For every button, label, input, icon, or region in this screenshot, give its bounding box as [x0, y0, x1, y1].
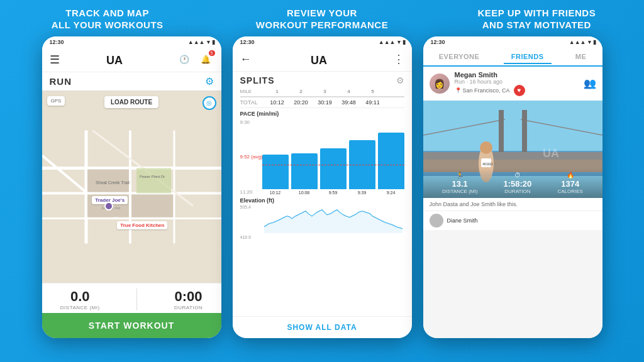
headline-3-line1: KEEP UP WITH FRIENDS	[477, 8, 596, 18]
status-bar-3: 12:30 ▲▲▲ ▾ ▮	[423, 36, 602, 48]
headline-3: KEEP UP WITH FRIENDS AND STAY MOTIVATED	[442, 8, 631, 31]
elevation-title: Elevation (ft)	[240, 197, 404, 204]
headline-3-line2: AND STAY MOTIVATED	[482, 19, 591, 30]
start-workout-button[interactable]: START WORKOUT	[42, 313, 221, 338]
svg-rect-10	[136, 168, 171, 193]
app-top-bar-2: ← UA ⋮	[233, 48, 412, 72]
notification-badge: 5	[209, 50, 215, 56]
splits-header: SPLITS ⚙	[233, 72, 412, 87]
pace-bar-5: 9:24	[378, 133, 404, 195]
feed-action-icons: 👥	[584, 77, 596, 89]
status-time-3: 12:30	[431, 39, 445, 45]
splits-total-row: TOTAL 10:12 20:20 30:19 39:48 49:11	[240, 97, 404, 108]
pace-y-3: 11:20	[240, 189, 263, 195]
stat-divider	[136, 288, 137, 310]
mile-header-label: MILE	[240, 89, 265, 94]
mile-2-header: 2	[289, 89, 313, 94]
headline-1: TRACK AND MAP ALL YOUR WORKOUTS	[13, 8, 202, 31]
headlines-row: TRACK AND MAP ALL YOUR WORKOUTS REVIEW Y…	[0, 0, 644, 36]
pace-bar-5-fill	[378, 133, 404, 189]
status-bar-2: 12:30 ▲▲▲ ▾ ▮	[233, 36, 412, 48]
stats-row: 0.0 DISTANCE (MI) 0:00 DURATION	[42, 283, 221, 313]
signal-icon: ▲▲▲	[188, 39, 205, 45]
app-top-bar-1: ☰ UA 🕐 🔔 5	[42, 48, 221, 72]
load-route-button[interactable]: LOAD ROUTE	[104, 96, 158, 108]
commenter-avatar	[430, 214, 443, 228]
tab-everyone[interactable]: EVERYONE	[431, 50, 487, 63]
gps-button[interactable]: GPS	[47, 96, 65, 106]
avg-pace-line	[262, 165, 404, 165]
splits-table: MILE 1 2 3 4 5 TOTAL 10:12 20:20 30:19 3…	[233, 87, 412, 108]
pace-y-labels: 9:30 9:52 (avg) 11:20	[240, 119, 263, 195]
feed-photo: 40332 UA 🏃 13.1 DISTANCE (MI) ⏱ 1:58:20 …	[423, 101, 602, 198]
svg-rect-23	[499, 110, 504, 154]
status-bar-1: 12:30 ▲▲▲ ▾ ▮	[42, 36, 221, 48]
feed-content: 👩 Megan Smith Run · 16 hours ago 📍 San F…	[423, 67, 602, 338]
phone-friends: 12:30 ▲▲▲ ▾ ▮ EVERYONE FRIENDS ME 👩 Mega…	[423, 36, 602, 338]
svg-text:40332: 40332	[482, 162, 493, 166]
pace-bar-4-label: 9:39	[358, 190, 367, 195]
heart-action[interactable]: ♥	[514, 85, 525, 96]
settings-icon[interactable]: ⚙	[205, 75, 214, 87]
duration-value: 0:00	[174, 288, 203, 305]
more-icon[interactable]: ⋮	[393, 52, 404, 66]
under-armour-logo: UA	[105, 52, 130, 67]
calories-icon: 🔥	[557, 172, 582, 178]
feed-item-header: 👩 Megan Smith Run · 16 hours ago 📍 San F…	[423, 67, 602, 101]
splits-content: SPLITS ⚙ MILE 1 2 3 4 5 TOTAL 10:12 20:2…	[233, 72, 412, 316]
commenter-name: Diane Smith	[447, 217, 478, 224]
headline-2-line2: WORKOUT PERFORMANCE	[256, 19, 388, 30]
wifi-icon-3: ▾	[588, 39, 591, 45]
status-icons-2: ▲▲▲ ▾ ▮	[379, 39, 406, 45]
feed-tabs: EVERYONE FRIENDS ME	[423, 48, 602, 67]
status-icons-1: ▲▲▲ ▾ ▮	[188, 39, 215, 45]
feed-duration-value: 1:58:20	[504, 179, 532, 189]
headline-2: REVIEW YOUR WORKOUT PERFORMANCE	[228, 8, 416, 31]
run-header: RUN ⚙	[42, 72, 221, 91]
feed-distance-value: 13.1	[442, 179, 477, 189]
elev-y-1: 505.4	[240, 205, 252, 209]
elev-y-2: 416.9	[240, 235, 252, 239]
svg-text:Power Plant Dr: Power Plant Dr	[140, 174, 165, 178]
total-3: 30:19	[313, 99, 337, 106]
headline-1-line2: ALL YOUR WORKOUTS	[52, 19, 164, 30]
mile-4-header: 4	[337, 89, 361, 94]
splits-title: SPLITS	[240, 75, 275, 85]
pace-section: PACE (min/mi) 9:30 9:52 (avg) 11:20 10:1…	[233, 108, 412, 195]
wifi-icon-2: ▾	[397, 39, 401, 45]
add-friend-icon[interactable]: 👥	[584, 77, 596, 89]
total-2: 20:20	[289, 99, 313, 106]
feed-location: 📍 San Francisco, CA ♥	[455, 85, 579, 96]
feed-user-name: Megan Smith	[455, 71, 579, 79]
target-icon[interactable]	[203, 96, 216, 110]
wifi-icon: ▾	[207, 39, 210, 45]
run-label: RUN	[50, 76, 72, 87]
splits-table-header: MILE 1 2 3 4 5	[240, 87, 404, 97]
elevation-svg	[262, 205, 404, 233]
feed-activity: Run · 16 hours ago	[455, 79, 579, 85]
history-icon[interactable]: 🕐	[176, 52, 192, 68]
svg-rect-25	[423, 152, 602, 160]
feed-calories-label: CALORIES	[557, 189, 582, 194]
tab-friends[interactable]: FRIENDS	[504, 50, 552, 64]
feed-user-meta: Megan Smith Run · 16 hours ago 📍 San Fra…	[455, 71, 579, 96]
pace-bar-3: 9:59	[320, 148, 347, 195]
headline-2-line1: REVIEW YOUR	[287, 8, 357, 18]
headline-1-line1: TRACK AND MAP	[65, 8, 149, 18]
signal-icon-2: ▲▲▲	[379, 39, 396, 45]
pace-title: PACE (min/mi)	[240, 111, 404, 117]
under-armour-logo-2: UA	[309, 52, 335, 67]
mile-5-header: 5	[361, 89, 385, 94]
tab-me[interactable]: ME	[568, 50, 594, 63]
pace-chart: 9:30 9:52 (avg) 11:20 10:12 10:08	[240, 119, 404, 195]
show-all-data-button[interactable]: SHOW ALL DATA	[233, 316, 412, 338]
menu-icon[interactable]: ☰	[50, 53, 60, 67]
likes-text: John Dasta and Joe Smith like this.	[430, 201, 518, 207]
splits-settings-icon[interactable]: ⚙	[396, 75, 404, 85]
notifications-icon-wrap[interactable]: 🔔 5	[197, 52, 214, 68]
feed-distance-stat: 🏃 13.1 DISTANCE (MI)	[442, 172, 477, 194]
distance-stat: 0.0 DISTANCE (MI)	[60, 288, 100, 310]
total-label: TOTAL	[240, 99, 265, 106]
map-area[interactable]: Shoal Creek Trail Power Plant Dr Electri…	[42, 91, 221, 283]
back-icon[interactable]: ←	[240, 53, 252, 66]
